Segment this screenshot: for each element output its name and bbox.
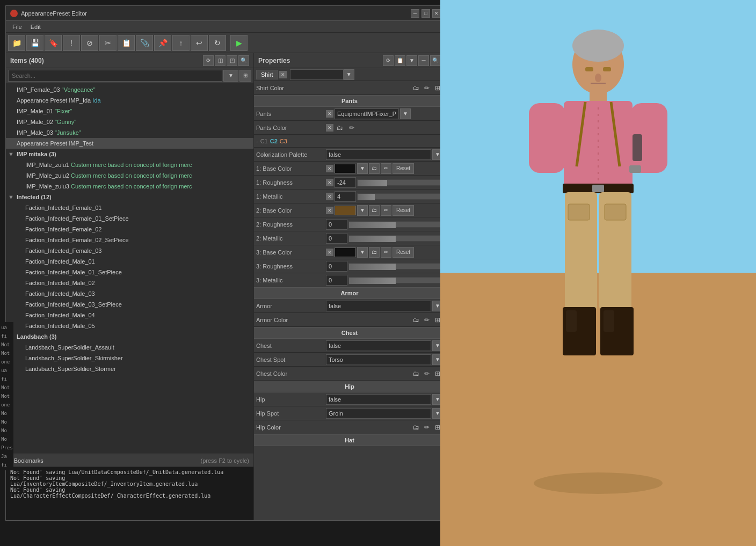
shirt-tab-input[interactable] xyxy=(290,69,344,80)
ch1-color-edit-btn[interactable]: ✏ xyxy=(381,163,391,174)
search-filter-btn[interactable]: ⊞ xyxy=(239,70,251,82)
list-item[interactable]: Landsbach_SuperSoldier_Skirmisher xyxy=(6,353,253,363)
list-item[interactable]: Faction_Infected_Female_01_SetPiece xyxy=(6,213,253,224)
tree-group-infected[interactable]: ▼ Infected (12) xyxy=(6,192,253,202)
shirt-color-icon2[interactable]: ✏ xyxy=(421,83,432,93)
ch3-base-x-btn[interactable]: ✕ xyxy=(326,249,333,256)
tree-group-landsbach[interactable]: ▼ Landsbach (3) xyxy=(6,331,253,342)
ch3-color-edit-btn[interactable]: ✏ xyxy=(381,247,391,258)
pants-value-input[interactable] xyxy=(335,108,399,119)
props-btn4[interactable]: ─ xyxy=(418,55,429,66)
menu-file[interactable]: File xyxy=(8,21,26,32)
list-item[interactable]: Faction_Infected_Male_01_SetPiece xyxy=(6,267,253,278)
props-btn3[interactable]: ▼ xyxy=(406,55,417,66)
list-item[interactable]: Faction_Infected_Male_02 xyxy=(6,278,253,288)
ch1-roughness-x-btn[interactable]: ✕ xyxy=(326,179,333,186)
toolbar-copy[interactable]: 📋 xyxy=(118,35,135,51)
list-item[interactable]: Faction_Infected_Male_03 xyxy=(6,288,253,299)
tree-group-mitaka[interactable]: ▼ IMP mitaka (3) xyxy=(6,149,253,159)
chest-color-icon2[interactable]: ✏ xyxy=(421,368,432,379)
hip-input[interactable] xyxy=(326,394,431,405)
ch1-base-x-btn[interactable]: ✕ xyxy=(326,165,333,172)
toolbar-redo[interactable]: ↻ xyxy=(209,35,226,51)
toolbar-save[interactable]: 💾 xyxy=(26,35,43,51)
palette-c3[interactable]: C3 xyxy=(280,138,287,144)
list-item[interactable]: Faction_Infected_Female_02 xyxy=(6,224,253,235)
toolbar-exclaim[interactable]: ! xyxy=(63,35,80,51)
list-item[interactable]: IMP_Male_zulu2 Custom merc based on conc… xyxy=(6,170,253,181)
menu-edit[interactable]: Edit xyxy=(26,21,45,32)
pants-dropdown-btn[interactable]: ▼ xyxy=(400,108,411,119)
hip-spot-input[interactable] xyxy=(326,408,431,419)
ch2-base-x-btn[interactable]: ✕ xyxy=(326,207,333,214)
list-item[interactable]: Appearance Preset IMP_Ida Ida xyxy=(6,95,253,106)
chest-color-icon1[interactable]: 🗂 xyxy=(411,368,421,379)
palette-c2[interactable]: C2 xyxy=(270,138,278,144)
toolbar-play[interactable]: ▶ xyxy=(230,35,248,51)
ch2-reset-btn[interactable]: Reset xyxy=(392,205,414,216)
list-item[interactable]: Faction_Infected_Male_04 xyxy=(6,310,253,321)
ch2-metallic-slider[interactable] xyxy=(348,235,443,242)
list-item[interactable]: IMP_Male_zulu3 Custom merc based on conc… xyxy=(6,181,253,192)
chest-input[interactable] xyxy=(326,340,431,351)
ch3-roughness-input[interactable] xyxy=(326,261,347,272)
ch1-color-copy-btn[interactable]: 🗂 xyxy=(369,163,380,174)
items-search2-btn[interactable]: 🔍 xyxy=(238,55,249,66)
toolbar-new[interactable]: 📁 xyxy=(8,35,25,51)
items-expand-btn[interactable]: ◰ xyxy=(227,55,237,66)
pants-x-btn[interactable]: ✕ xyxy=(326,110,333,118)
hip-color-icon2[interactable]: ✏ xyxy=(421,422,432,433)
ch3-color-copy-btn[interactable]: 🗂 xyxy=(369,247,380,258)
pants-color-icon2[interactable]: ✏ xyxy=(346,122,357,133)
ch1-metallic-x-btn[interactable]: ✕ xyxy=(326,193,333,200)
toolbar-pin[interactable]: 📌 xyxy=(154,35,171,51)
armor-input[interactable] xyxy=(326,301,431,311)
toolbar-cut[interactable]: ✂ xyxy=(99,35,117,51)
list-item[interactable]: Landsbach_SuperSoldier_Stormer xyxy=(6,363,253,374)
ch2-roughness-slider[interactable] xyxy=(348,221,443,228)
maximize-button[interactable]: □ xyxy=(421,9,430,18)
ch3-metallic-slider[interactable] xyxy=(348,277,443,283)
list-item[interactable]: IMP_Male_01 "Fixer" xyxy=(6,106,253,117)
list-item[interactable]: IMP_Male_02 "Gunny" xyxy=(6,117,253,127)
list-item[interactable]: IMP_Male_03 "Junsuke" xyxy=(6,127,253,138)
props-btn2[interactable]: 📋 xyxy=(395,55,405,66)
pants-color-icon1[interactable]: 🗂 xyxy=(335,122,345,133)
ch1-roughness-input[interactable] xyxy=(335,177,356,188)
ch2-color-swatch[interactable] xyxy=(335,206,356,215)
ch1-color-swatch[interactable] xyxy=(335,164,356,173)
props-btn1[interactable]: ⟳ xyxy=(383,55,394,66)
pants-color-x-btn[interactable]: ✕ xyxy=(326,124,333,132)
ch2-roughness-input[interactable] xyxy=(326,219,347,230)
toolbar-bookmark[interactable]: 🔖 xyxy=(45,35,62,51)
items-refresh-btn[interactable]: ⟳ xyxy=(203,55,214,66)
ch3-metallic-input[interactable] xyxy=(326,275,347,286)
toolbar-undo[interactable]: ↩ xyxy=(191,35,208,51)
list-item[interactable]: IMP_Male_zulu1 Custom merc based on conc… xyxy=(6,159,253,170)
search-input[interactable] xyxy=(8,70,222,82)
tree-list[interactable]: IMP_Female_03 "Vengeance" Appearance Pre… xyxy=(6,83,253,454)
hip-color-icon1[interactable]: 🗂 xyxy=(411,422,421,433)
list-item[interactable]: Faction_Infected_Male_01 xyxy=(6,256,253,267)
ch2-color-dropdown[interactable]: ▼ xyxy=(357,205,368,216)
ch2-color-edit-btn[interactable]: ✏ xyxy=(381,205,391,216)
list-item[interactable]: IMP_Female_03 "Vengeance" xyxy=(6,84,253,95)
ch1-roughness-slider[interactable] xyxy=(357,179,443,186)
chest-spot-input[interactable] xyxy=(326,354,431,365)
colorization-input[interactable] xyxy=(326,149,431,160)
ch3-color-swatch[interactable] xyxy=(335,247,356,257)
ch1-metallic-slider[interactable] xyxy=(357,193,443,200)
list-item[interactable]: Faction_Infected_Female_02_SetPiece xyxy=(6,235,253,245)
list-item[interactable]: Faction_Infected_Female_03 xyxy=(6,245,253,256)
ch3-reset-btn[interactable]: Reset xyxy=(392,247,414,258)
list-item-selected[interactable]: Appearance Preset IMP_Test xyxy=(6,138,253,149)
ch1-reset-btn[interactable]: Reset xyxy=(392,163,414,174)
close-button[interactable]: ✕ xyxy=(432,9,441,18)
tab-shirt[interactable]: Shirt xyxy=(256,70,278,79)
minimize-button[interactable]: ─ xyxy=(411,9,419,18)
ch2-color-copy-btn[interactable]: 🗂 xyxy=(369,205,380,216)
toolbar-up-arrow[interactable]: ↑ xyxy=(172,35,190,51)
shirt-tab-dropdown[interactable]: ▼ xyxy=(344,69,354,80)
search-dropdown-btn[interactable]: ▼ xyxy=(223,70,238,82)
props-search-btn[interactable]: 🔍 xyxy=(430,55,441,66)
